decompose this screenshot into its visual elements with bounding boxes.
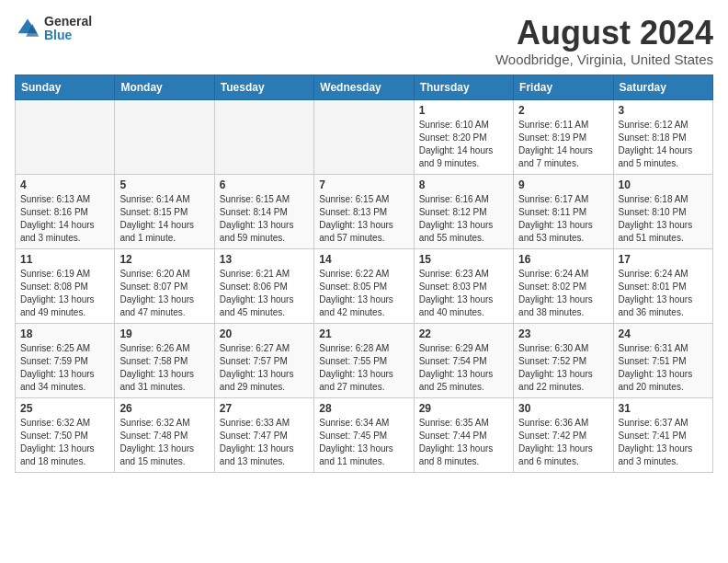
calendar-cell: 3Sunrise: 6:12 AM Sunset: 8:18 PM Daylig…	[613, 99, 712, 174]
day-number: 25	[20, 402, 109, 415]
calendar-cell: 19Sunrise: 6:26 AM Sunset: 7:58 PM Dayli…	[115, 323, 214, 397]
day-detail: Sunrise: 6:25 AM Sunset: 7:59 PM Dayligh…	[20, 342, 109, 394]
calendar-week-5: 25Sunrise: 6:32 AM Sunset: 7:50 PM Dayli…	[16, 397, 713, 472]
calendar-cell: 6Sunrise: 6:15 AM Sunset: 8:14 PM Daylig…	[214, 174, 313, 248]
day-detail: Sunrise: 6:29 AM Sunset: 7:54 PM Dayligh…	[419, 342, 508, 394]
header: General Blue August 2024 Woodbridge, Vir…	[15, 15, 713, 67]
calendar-cell: 2Sunrise: 6:11 AM Sunset: 8:19 PM Daylig…	[514, 99, 613, 174]
calendar-cell: 5Sunrise: 6:14 AM Sunset: 8:15 PM Daylig…	[115, 174, 214, 248]
calendar-cell: 1Sunrise: 6:10 AM Sunset: 8:20 PM Daylig…	[414, 99, 513, 174]
day-detail: Sunrise: 6:17 AM Sunset: 8:11 PM Dayligh…	[518, 193, 608, 245]
calendar-week-1: 1Sunrise: 6:10 AM Sunset: 8:20 PM Daylig…	[16, 99, 713, 174]
day-detail: Sunrise: 6:21 AM Sunset: 8:06 PM Dayligh…	[220, 268, 309, 319]
location-title: Woodbridge, Virginia, United States	[495, 52, 713, 67]
calendar-cell: 31Sunrise: 6:37 AM Sunset: 7:41 PM Dayli…	[613, 397, 712, 472]
day-number: 20	[220, 327, 309, 340]
day-detail: Sunrise: 6:23 AM Sunset: 8:03 PM Dayligh…	[419, 268, 508, 319]
calendar-cell: 24Sunrise: 6:31 AM Sunset: 7:51 PM Dayli…	[613, 323, 712, 397]
header-friday: Friday	[514, 75, 613, 99]
day-detail: Sunrise: 6:20 AM Sunset: 8:07 PM Dayligh…	[119, 268, 209, 319]
day-number: 31	[619, 402, 708, 415]
day-detail: Sunrise: 6:37 AM Sunset: 7:41 PM Dayligh…	[619, 417, 708, 468]
day-detail: Sunrise: 6:26 AM Sunset: 7:58 PM Dayligh…	[119, 342, 209, 394]
calendar-cell: 23Sunrise: 6:30 AM Sunset: 7:52 PM Dayli…	[514, 323, 613, 397]
header-wednesday: Wednesday	[314, 75, 414, 99]
day-number: 12	[119, 253, 209, 266]
calendar-cell: 20Sunrise: 6:27 AM Sunset: 7:57 PM Dayli…	[214, 323, 313, 397]
day-number: 3	[619, 104, 708, 117]
day-number: 21	[319, 327, 408, 340]
header-tuesday: Tuesday	[214, 75, 313, 99]
day-number: 13	[220, 253, 309, 266]
calendar-week-2: 4Sunrise: 6:13 AM Sunset: 8:16 PM Daylig…	[16, 174, 713, 248]
day-number: 15	[419, 253, 508, 266]
day-number: 22	[419, 327, 508, 340]
calendar-cell: 21Sunrise: 6:28 AM Sunset: 7:55 PM Dayli…	[314, 323, 414, 397]
day-number: 6	[220, 178, 309, 191]
calendar-cell: 11Sunrise: 6:19 AM Sunset: 8:08 PM Dayli…	[16, 248, 115, 323]
day-detail: Sunrise: 6:15 AM Sunset: 8:13 PM Dayligh…	[319, 193, 408, 245]
logo-general-text: General	[44, 15, 92, 29]
calendar-cell: 14Sunrise: 6:22 AM Sunset: 8:05 PM Dayli…	[314, 248, 414, 323]
day-detail: Sunrise: 6:18 AM Sunset: 8:10 PM Dayligh…	[619, 193, 708, 245]
calendar-cell: 10Sunrise: 6:18 AM Sunset: 8:10 PM Dayli…	[613, 174, 712, 248]
day-number: 9	[518, 178, 608, 191]
day-detail: Sunrise: 6:11 AM Sunset: 8:19 PM Dayligh…	[518, 119, 608, 170]
day-detail: Sunrise: 6:24 AM Sunset: 8:01 PM Dayligh…	[619, 268, 708, 319]
calendar-cell: 18Sunrise: 6:25 AM Sunset: 7:59 PM Dayli…	[16, 323, 115, 397]
day-number: 27	[220, 402, 309, 415]
logo-text: General Blue	[44, 15, 92, 43]
logo-icon	[15, 16, 40, 41]
day-number: 24	[619, 327, 708, 340]
day-number: 23	[518, 327, 608, 340]
month-title: August 2024	[495, 15, 713, 52]
calendar-cell: 13Sunrise: 6:21 AM Sunset: 8:06 PM Dayli…	[214, 248, 313, 323]
day-detail: Sunrise: 6:15 AM Sunset: 8:14 PM Dayligh…	[220, 193, 309, 245]
day-detail: Sunrise: 6:22 AM Sunset: 8:05 PM Dayligh…	[319, 268, 408, 319]
calendar-cell: 16Sunrise: 6:24 AM Sunset: 8:02 PM Dayli…	[514, 248, 613, 323]
calendar-cell: 22Sunrise: 6:29 AM Sunset: 7:54 PM Dayli…	[414, 323, 513, 397]
day-detail: Sunrise: 6:12 AM Sunset: 8:18 PM Dayligh…	[619, 119, 708, 170]
day-number: 11	[20, 253, 109, 266]
calendar-cell: 27Sunrise: 6:33 AM Sunset: 7:47 PM Dayli…	[214, 397, 313, 472]
calendar-cell: 9Sunrise: 6:17 AM Sunset: 8:11 PM Daylig…	[514, 174, 613, 248]
day-detail: Sunrise: 6:10 AM Sunset: 8:20 PM Dayligh…	[419, 119, 508, 170]
day-number: 18	[20, 327, 109, 340]
calendar-cell: 15Sunrise: 6:23 AM Sunset: 8:03 PM Dayli…	[414, 248, 513, 323]
day-number: 16	[518, 253, 608, 266]
logo-blue-text: Blue	[44, 29, 92, 42]
day-detail: Sunrise: 6:34 AM Sunset: 7:45 PM Dayligh…	[319, 417, 408, 468]
day-detail: Sunrise: 6:28 AM Sunset: 7:55 PM Dayligh…	[319, 342, 408, 394]
calendar-week-3: 11Sunrise: 6:19 AM Sunset: 8:08 PM Dayli…	[16, 248, 713, 323]
header-thursday: Thursday	[414, 75, 513, 99]
day-detail: Sunrise: 6:35 AM Sunset: 7:44 PM Dayligh…	[419, 417, 508, 468]
day-detail: Sunrise: 6:32 AM Sunset: 7:48 PM Dayligh…	[119, 417, 209, 468]
day-detail: Sunrise: 6:24 AM Sunset: 8:02 PM Dayligh…	[518, 268, 608, 319]
day-number: 1	[419, 104, 508, 117]
calendar-cell: 4Sunrise: 6:13 AM Sunset: 8:16 PM Daylig…	[16, 174, 115, 248]
calendar-cell: 7Sunrise: 6:15 AM Sunset: 8:13 PM Daylig…	[314, 174, 414, 248]
day-detail: Sunrise: 6:30 AM Sunset: 7:52 PM Dayligh…	[518, 342, 608, 394]
day-detail: Sunrise: 6:14 AM Sunset: 8:15 PM Dayligh…	[119, 193, 209, 245]
header-saturday: Saturday	[613, 75, 712, 99]
calendar-cell: 26Sunrise: 6:32 AM Sunset: 7:48 PM Dayli…	[115, 397, 214, 472]
day-number: 4	[20, 178, 109, 191]
calendar-cell	[115, 99, 214, 174]
calendar-cell: 17Sunrise: 6:24 AM Sunset: 8:01 PM Dayli…	[613, 248, 712, 323]
day-number: 19	[119, 327, 209, 340]
calendar-cell: 30Sunrise: 6:36 AM Sunset: 7:42 PM Dayli…	[514, 397, 613, 472]
day-number: 14	[319, 253, 408, 266]
logo: General Blue	[15, 15, 92, 43]
calendar-cell: 29Sunrise: 6:35 AM Sunset: 7:44 PM Dayli…	[414, 397, 513, 472]
day-number: 29	[419, 402, 508, 415]
day-detail: Sunrise: 6:16 AM Sunset: 8:12 PM Dayligh…	[419, 193, 508, 245]
calendar-cell	[214, 99, 313, 174]
day-detail: Sunrise: 6:13 AM Sunset: 8:16 PM Dayligh…	[20, 193, 109, 245]
calendar-cell: 8Sunrise: 6:16 AM Sunset: 8:12 PM Daylig…	[414, 174, 513, 248]
calendar-table: SundayMondayTuesdayWednesdayThursdayFrid…	[15, 75, 713, 473]
day-number: 7	[319, 178, 408, 191]
title-area: August 2024 Woodbridge, Virginia, United…	[495, 15, 713, 67]
calendar-header-row: SundayMondayTuesdayWednesdayThursdayFrid…	[16, 75, 713, 99]
day-number: 30	[518, 402, 608, 415]
header-sunday: Sunday	[16, 75, 115, 99]
